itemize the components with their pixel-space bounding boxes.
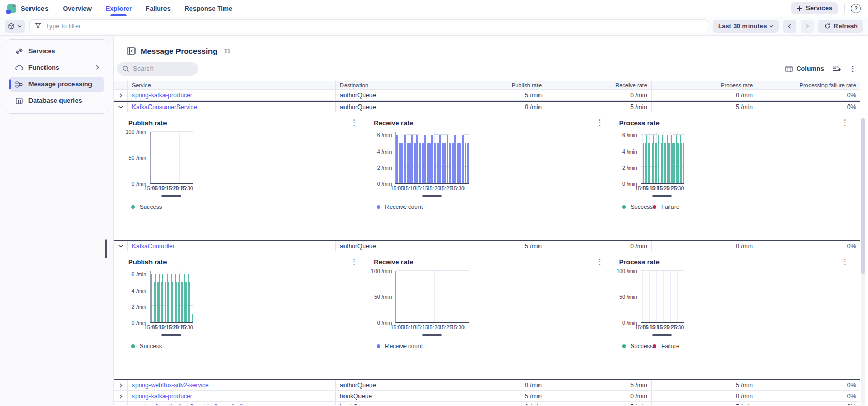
help-icon[interactable]: ? xyxy=(851,4,861,13)
legend-dot xyxy=(622,205,626,209)
col-destination[interactable]: Destination xyxy=(335,81,440,89)
tab-overview[interactable]: Overview xyxy=(63,1,92,16)
sidebar-item-message-processing[interactable]: Message processing xyxy=(10,77,104,92)
sidebar-item-services[interactable]: Services xyxy=(10,43,104,59)
chart-hscroll-thumb[interactable] xyxy=(161,334,181,336)
scrollbar-thumb[interactable] xyxy=(861,118,865,274)
columns-button[interactable]: Columns xyxy=(785,65,824,72)
bar xyxy=(427,143,429,183)
chart-hscroll[interactable] xyxy=(641,192,684,197)
bar xyxy=(655,143,656,183)
chart-kebab-menu-icon[interactable]: ⋮ xyxy=(841,258,849,266)
bar xyxy=(462,135,464,183)
legend-item: Receive count xyxy=(377,343,423,349)
service-link[interactable]: com/confluentinc/confluent-kafka-go/kafk… xyxy=(132,403,248,405)
time-forward-button[interactable] xyxy=(801,20,814,33)
chart-hscroll-thumb[interactable] xyxy=(161,195,181,197)
chart-hscroll[interactable] xyxy=(641,331,684,336)
bar xyxy=(671,135,672,183)
col-process-rate[interactable]: Process rate xyxy=(651,81,757,89)
gears-icon xyxy=(14,48,23,55)
legend-label: Failure xyxy=(661,204,679,210)
kebab-menu-icon[interactable]: ⋮ xyxy=(849,65,857,73)
chart-kebab-menu-icon[interactable]: ⋮ xyxy=(596,258,604,266)
filter-input[interactable] xyxy=(29,19,708,33)
chart-kebab-menu-icon[interactable]: ⋮ xyxy=(350,119,358,127)
chart-hscroll[interactable] xyxy=(150,331,193,336)
sidebar-item-functions[interactable]: Functions xyxy=(10,60,104,76)
failure-rate-cell: 0% xyxy=(757,380,860,390)
chart-hscroll[interactable] xyxy=(395,192,469,197)
sidebar-item-label: Message processing xyxy=(28,81,92,88)
chart-plot-area: 0 /min50 /min100 /min15:0515:1015:1515:2… xyxy=(126,132,193,210)
chart-hscroll[interactable] xyxy=(150,192,193,197)
bar xyxy=(399,143,401,183)
collapse-chevron[interactable] xyxy=(114,241,127,251)
service-link[interactable]: KafkaConsumerService xyxy=(132,103,197,111)
chart-hscroll-thumb[interactable] xyxy=(422,195,442,197)
panel-resize-handle[interactable] xyxy=(105,239,107,258)
expand-chevron[interactable] xyxy=(114,402,127,405)
plus-icon xyxy=(797,6,802,11)
chart-plot-area: 0 /min2 /min4 /min6 /min15:0515:1015:151… xyxy=(371,132,469,210)
grid-vline xyxy=(458,271,458,322)
refresh-button[interactable]: Refresh xyxy=(818,20,863,33)
chart-title: Process rate xyxy=(619,258,660,266)
bar xyxy=(184,274,185,322)
tab-explorer[interactable]: Explorer xyxy=(106,1,132,16)
vertical-scrollbar[interactable] xyxy=(861,118,865,405)
x-tick: 15:05 xyxy=(391,185,404,191)
col-service[interactable]: Service xyxy=(127,81,335,89)
chart-kebab-menu-icon[interactable]: ⋮ xyxy=(350,258,358,266)
add-services-button[interactable]: Services xyxy=(791,2,838,14)
chart-kebab-menu-icon[interactable]: ⋮ xyxy=(841,119,849,127)
process-rate-cell: 5 /min xyxy=(651,102,757,112)
expand-chevron[interactable] xyxy=(114,380,127,390)
service-link[interactable]: spring-webflux-sdv2-service xyxy=(132,382,209,389)
bar-series xyxy=(642,132,684,183)
grid-vline xyxy=(434,271,435,322)
collapse-chevron[interactable] xyxy=(114,102,127,112)
grid-vline xyxy=(422,271,422,322)
tab-response-time[interactable]: Response Time xyxy=(185,1,232,16)
time-back-button[interactable] xyxy=(783,20,796,33)
bar xyxy=(178,282,179,322)
failure-rate-cell: 0% xyxy=(757,391,860,401)
publish-rate-cell: 0 /min xyxy=(440,402,546,405)
x-axis-labels: 15:0515:1015:1515:2015:2515:30 xyxy=(395,184,469,192)
bar xyxy=(643,143,644,183)
publish-rate-cell: 0 /min xyxy=(440,380,546,390)
service-link[interactable]: spring-kafka-producer xyxy=(132,393,192,400)
chart-hscroll-thumb[interactable] xyxy=(422,334,442,336)
chart-card-receive-rate: Receive rate ⋮ 0 /min2 /min4 /min6 /min1… xyxy=(367,117,607,210)
bar xyxy=(653,135,654,183)
x-tick: 15:20 xyxy=(427,185,440,191)
col-processing-failure-rate[interactable]: Processing failure rate xyxy=(757,81,860,89)
chart-hscroll-thumb[interactable] xyxy=(652,334,672,336)
time-range-selector[interactable]: Last 30 minutes xyxy=(713,20,779,33)
environment-selector[interactable] xyxy=(5,20,25,33)
expand-chevron[interactable] xyxy=(114,90,127,100)
chart-title: Publish rate xyxy=(128,119,167,127)
y-tick: 4 /min xyxy=(377,148,392,155)
bar xyxy=(646,135,647,183)
failure-rate-cell: 0% xyxy=(757,402,860,405)
chart-hscroll[interactable] xyxy=(395,331,469,336)
service-link[interactable]: KafkaController xyxy=(132,243,175,250)
bar xyxy=(661,143,662,183)
tab-failures[interactable]: Failures xyxy=(146,1,171,16)
col-publish-rate[interactable]: Publish rate xyxy=(440,81,546,89)
collapse-panel-icon[interactable] xyxy=(127,47,136,55)
col-receive-rate[interactable]: Receive rate xyxy=(546,81,651,89)
row-settings-button[interactable] xyxy=(832,66,841,72)
service-link[interactable]: spring-kafka-producer xyxy=(132,92,192,99)
failure-rate-cell: 0% xyxy=(757,102,860,112)
sidebar-item-label: Database queries xyxy=(28,97,82,104)
bar xyxy=(652,143,653,183)
expand-chevron[interactable] xyxy=(114,391,127,401)
sidebar-item-database-queries[interactable]: Database queries xyxy=(10,93,104,109)
chart-kebab-menu-icon[interactable]: ⋮ xyxy=(596,119,604,127)
bar xyxy=(431,135,433,183)
x-tick: 15:30 xyxy=(451,185,465,191)
chart-hscroll-thumb[interactable] xyxy=(652,195,672,197)
